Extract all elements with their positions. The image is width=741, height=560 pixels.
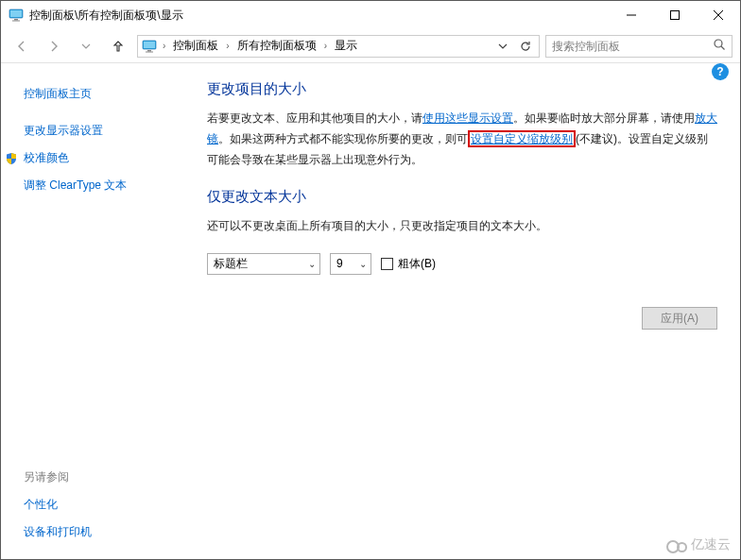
sidebar-footer-devices[interactable]: 设备和打印机 [24,518,190,546]
toolbar: › 控制面板 › 所有控制面板项 › 显示 [1,29,740,63]
watermark-icon [666,538,687,552]
svg-line-13 [721,46,725,50]
sidebar-home[interactable]: 控制面板主页 [24,80,190,108]
heading-resize-items: 更改项目的大小 [207,80,717,98]
svg-rect-5 [671,11,680,20]
sidebar-item-calibrate-color[interactable]: 校准颜色 [5,144,190,172]
address-bar[interactable]: › 控制面板 › 所有控制面板项 › 显示 [137,35,540,58]
sidebar-item-display-settings[interactable]: 更改显示器设置 [24,117,190,144]
minimize-button[interactable] [610,1,653,29]
main-area: 控制面板主页 更改显示器设置 校准颜色 调整 ClearType 文本 另请参阅… [1,63,740,559]
svg-rect-1 [10,10,22,17]
svg-point-12 [715,40,722,47]
svg-rect-9 [144,42,155,48]
breadcrumb-mid[interactable]: 所有控制面板项 [235,36,319,56]
chevron-right-icon[interactable]: › [161,41,167,51]
apply-button[interactable]: 应用(A) [642,307,717,330]
search-icon[interactable] [713,38,726,54]
link-custom-scaling[interactable]: 设置自定义缩放级别 [468,130,576,147]
recent-dropdown-icon[interactable] [73,33,99,59]
svg-rect-11 [146,51,153,52]
sidebar-item-cleartype[interactable]: 调整 ClearType 文本 [24,172,190,199]
chevron-right-icon[interactable]: › [322,41,329,51]
sidebar-footer-heading: 另请参阅 [24,464,190,491]
watermark-text: 亿速云 [691,536,731,553]
address-dropdown-icon[interactable] [493,36,512,57]
refresh-button[interactable] [516,36,535,57]
back-button[interactable] [9,33,35,59]
content: 更改项目的大小 若要更改文本、应用和其他项目的大小，请使用这些显示设置。如果要临… [190,63,740,559]
svg-rect-10 [147,50,151,52]
bold-label: 粗体(B) [398,256,436,272]
bold-checkbox-row: 粗体(B) [381,256,436,272]
chevron-down-icon: ⌄ [352,259,367,269]
watermark: 亿速云 [666,536,731,553]
shield-icon [5,152,18,165]
item-dropdown[interactable]: 标题栏 ⌄ [207,253,320,275]
titlebar: 控制面板\所有控制面板项\显示 [1,1,740,29]
paragraph-resize-items: 若要更改文本、应用和其他项目的大小，请使用这些显示设置。如果要临时放大部分屏幕，… [207,108,717,171]
size-dropdown-value: 9 [336,257,352,270]
search-box[interactable] [545,35,732,58]
close-button[interactable] [697,1,740,29]
svg-rect-2 [14,19,18,21]
text-size-controls: 标题栏 ⌄ 9 ⌄ 粗体(B) [207,253,717,275]
bold-checkbox[interactable] [381,258,393,270]
size-dropdown[interactable]: 9 ⌄ [330,253,371,275]
heading-text-only: 仅更改文本大小 [207,188,717,206]
chevron-right-icon[interactable]: › [224,41,231,51]
window-title: 控制面板\所有控制面板项\显示 [29,8,610,24]
item-dropdown-value: 标题栏 [214,256,301,272]
up-button[interactable] [105,33,131,59]
svg-rect-3 [12,21,20,22]
forward-button[interactable] [41,33,67,59]
breadcrumb-leaf[interactable]: 显示 [333,36,359,56]
sidebar-footer-personalization[interactable]: 个性化 [24,491,190,518]
sidebar-item-label: 校准颜色 [24,150,69,166]
display-icon [9,8,24,23]
search-input[interactable] [552,40,713,53]
paragraph-text-only: 还可以不更改桌面上所有项目的大小，只更改指定项目的文本大小。 [207,215,717,236]
sidebar: 控制面板主页 更改显示器设置 校准颜色 调整 ClearType 文本 另请参阅… [1,63,190,559]
breadcrumb-root[interactable]: 控制面板 [171,36,220,56]
display-icon [142,39,157,54]
maximize-button[interactable] [653,1,697,29]
window-controls [610,1,740,29]
chevron-down-icon: ⌄ [301,259,316,269]
link-display-settings[interactable]: 使用这些显示设置 [422,111,513,125]
apply-bar: 应用(A) [642,307,717,330]
